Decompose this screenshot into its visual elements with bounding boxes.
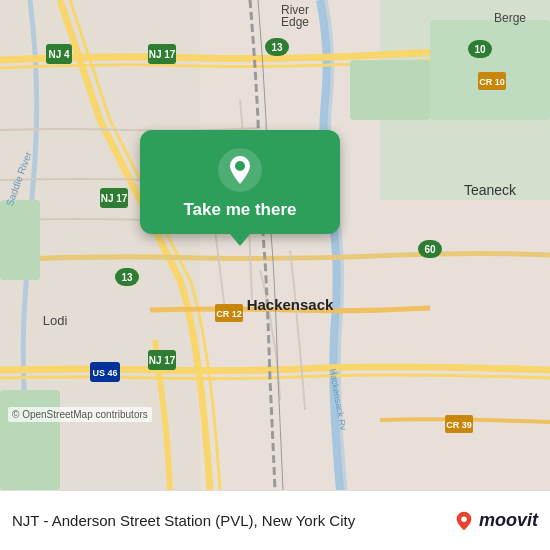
svg-text:60: 60 [424,244,436,255]
moovit-brand-label: moovit [479,510,538,531]
location-pin-icon [218,148,262,192]
svg-rect-4 [430,20,550,120]
svg-text:CR 12: CR 12 [216,309,242,319]
svg-rect-3 [350,60,430,120]
station-name-label: NJT - Anderson Street Station (PVL), New… [12,512,443,529]
svg-rect-6 [0,390,60,490]
svg-text:NJ 17: NJ 17 [149,355,176,366]
svg-text:CR 10: CR 10 [479,77,505,87]
svg-text:Hackensack: Hackensack [247,296,334,313]
svg-text:Berge: Berge [494,11,526,25]
svg-point-40 [235,161,245,171]
take-me-there-button[interactable]: Take me there [140,130,340,234]
svg-text:US 46: US 46 [92,368,117,378]
svg-text:Teaneck: Teaneck [464,182,517,198]
moovit-pin-icon [453,510,475,532]
svg-text:NJ 17: NJ 17 [149,49,176,60]
svg-rect-5 [0,200,40,280]
svg-text:CR 39: CR 39 [446,420,472,430]
bottom-bar: NJT - Anderson Street Station (PVL), New… [0,490,550,550]
svg-text:13: 13 [121,272,133,283]
svg-point-41 [461,516,467,522]
svg-text:Lodi: Lodi [43,313,68,328]
svg-text:NJ 17: NJ 17 [101,193,128,204]
moovit-logo: moovit [453,510,538,532]
svg-text:Edge: Edge [281,15,309,29]
map-container: NJ 4 NJ 17 NJ 17 13 13 10 60 NJ 17 US 46… [0,0,550,490]
svg-text:10: 10 [474,44,486,55]
copyright-text: © OpenStreetMap contributors [8,407,152,422]
svg-text:13: 13 [271,42,283,53]
svg-text:NJ 4: NJ 4 [48,49,70,60]
tooltip-label: Take me there [183,200,296,220]
